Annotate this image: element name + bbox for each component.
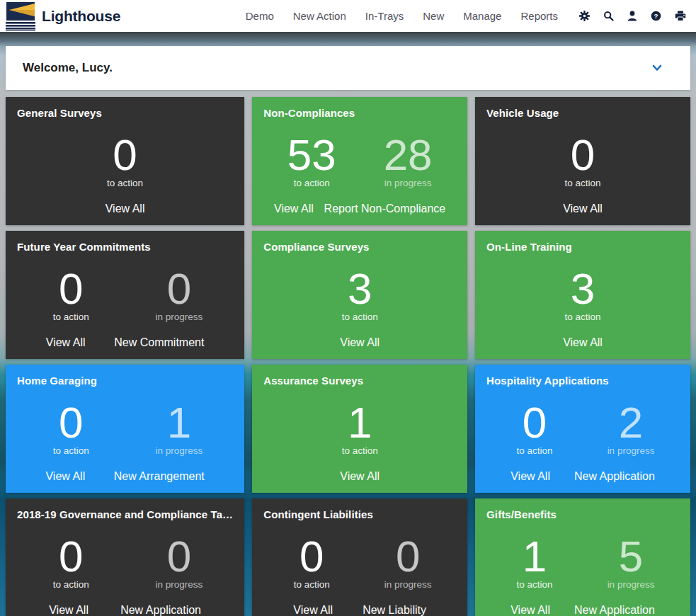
card-stats: 3 to action <box>263 253 456 336</box>
stat-label: to action <box>17 312 125 322</box>
nav-item-demo[interactable]: Demo <box>246 10 274 22</box>
card-stats: 0 to action <box>17 119 233 203</box>
view-all-link[interactable]: View All <box>105 203 145 215</box>
primary-nav: DemoNew ActionIn-TraysNewManageReports <box>246 10 686 22</box>
stat: 1 to action <box>486 535 583 590</box>
card-title: Contingent Liabilities <box>263 508 456 520</box>
settings-icon[interactable] <box>579 11 590 21</box>
chevron-down-icon[interactable] <box>652 64 662 72</box>
card-title: Non-Compliances <box>263 107 456 119</box>
lighthouse-logo-icon <box>6 1 35 31</box>
stat-label: to action <box>17 445 125 456</box>
stat: 3 to action <box>263 267 456 322</box>
new-commitment-link[interactable]: New Commitment <box>114 336 204 349</box>
new-liability-link[interactable]: New Liability <box>363 604 426 616</box>
stat-label: to action <box>263 178 360 188</box>
new-arrangement-link[interactable]: New Arrangement <box>114 470 205 483</box>
card-links: View AllNew Application <box>486 470 679 484</box>
view-all-link[interactable]: View All <box>46 336 86 349</box>
stat-value: 0 <box>17 535 125 578</box>
nav-item-new[interactable]: New <box>423 10 444 22</box>
stat-value: 2 <box>583 401 679 445</box>
card-stats: 1 to action 5 in progress <box>486 520 679 604</box>
stat-value: 28 <box>360 133 456 177</box>
view-all-link[interactable]: View All <box>45 470 85 483</box>
stat-label: to action <box>17 178 233 188</box>
card-stats: 0 to action 0 in progress <box>263 520 456 604</box>
card-compliance-surveys: Compliance Surveys 3 to action View All <box>252 231 467 359</box>
new-application-link[interactable]: New Application <box>120 604 201 616</box>
card-title: Home Garaging <box>17 375 233 387</box>
nav-item-in-trays[interactable]: In-Trays <box>365 10 404 22</box>
view-all-link[interactable]: View All <box>49 604 89 616</box>
brand-home-link[interactable]: Lighthouse <box>6 1 120 31</box>
stat-label: to action <box>486 579 583 590</box>
view-all-link[interactable]: View All <box>293 604 333 616</box>
stat-value: 0 <box>17 133 233 177</box>
stat: 0 in progress <box>125 267 234 322</box>
stat-label: to action <box>486 178 679 188</box>
view-all-link[interactable]: View All <box>510 604 550 616</box>
view-all-link[interactable]: View All <box>510 470 550 483</box>
view-all-link[interactable]: View All <box>340 336 380 349</box>
stat-value: 1 <box>263 401 456 445</box>
view-all-link[interactable]: View All <box>563 203 603 215</box>
stat-value: 3 <box>486 267 679 311</box>
stat-value: 53 <box>263 133 360 177</box>
card-title: Compliance Surveys <box>263 241 456 253</box>
stat-label: in progress <box>125 579 234 590</box>
stat-value: 0 <box>17 267 125 311</box>
dashboard-grid: General Surveys 0 to action View All Non… <box>6 97 690 616</box>
card-stats: 53 to action 28 in progress <box>263 119 456 203</box>
card-stats: 3 to action <box>486 253 679 336</box>
stat-label: in progress <box>360 178 456 188</box>
card-vehicle-usage: Vehicle Usage 0 to action View All <box>475 97 690 225</box>
card-stats: 0 to action 2 in progress <box>486 387 679 470</box>
card-stats: 0 to action 0 in progress <box>17 520 233 604</box>
print-icon[interactable] <box>675 11 686 21</box>
card-stats: 0 to action <box>486 119 679 203</box>
view-all-link[interactable]: View All <box>274 203 314 215</box>
card-links: View All <box>263 470 456 484</box>
card-title: On-Line Training <box>486 241 679 253</box>
stat-value: 3 <box>263 267 456 311</box>
view-all-link[interactable]: View All <box>340 470 380 483</box>
new-application-link[interactable]: New Application <box>574 470 655 483</box>
stat: 0 to action <box>17 267 125 322</box>
card-title: Vehicle Usage <box>486 107 679 119</box>
stat: 0 to action <box>486 133 679 188</box>
search-icon[interactable] <box>603 11 614 21</box>
new-application-link[interactable]: New Application <box>574 604 655 616</box>
stat: 1 to action <box>263 401 456 456</box>
stat-value: 0 <box>360 535 456 578</box>
card-stats: 0 to action 1 in progress <box>17 387 233 470</box>
user-icon[interactable] <box>627 11 637 21</box>
stat: 0 to action <box>17 133 233 188</box>
card-links: View AllNew Arrangement <box>17 470 233 484</box>
stat-label: to action <box>263 579 360 590</box>
brand-name: Lighthouse <box>42 8 120 25</box>
card-links: View AllNew Liability <box>263 604 456 616</box>
card-home-garaging: Home Garaging 0 to action 1 in progress … <box>6 365 244 493</box>
stat-label: to action <box>263 312 456 322</box>
card-title: General Surveys <box>17 107 233 119</box>
report-non-compliance-link[interactable]: Report Non-Compliance <box>324 203 446 215</box>
card-title: Assurance Surveys <box>263 375 456 387</box>
stat: 0 in progress <box>125 535 234 590</box>
stat: 3 to action <box>486 267 679 322</box>
stat-label: to action <box>17 579 125 590</box>
nav-item-new-action[interactable]: New Action <box>293 10 346 22</box>
nav-item-manage[interactable]: Manage <box>463 10 501 22</box>
svg-text:?: ? <box>654 12 658 20</box>
stat-value: 0 <box>486 401 583 445</box>
stat: 53 to action <box>263 133 360 188</box>
help-icon[interactable]: ? <box>651 11 661 21</box>
card-title: Gifts/Benefits <box>486 508 679 520</box>
view-all-link[interactable]: View All <box>563 336 603 349</box>
card-links: View All <box>263 336 456 350</box>
card-links: View All <box>486 203 679 217</box>
card-links: View AllNew Application <box>17 604 233 616</box>
card-gifts-benefits: Gifts/Benefits 1 to action 5 in progress… <box>475 498 690 616</box>
stat: 1 in progress <box>125 401 234 456</box>
nav-item-reports[interactable]: Reports <box>520 10 558 22</box>
